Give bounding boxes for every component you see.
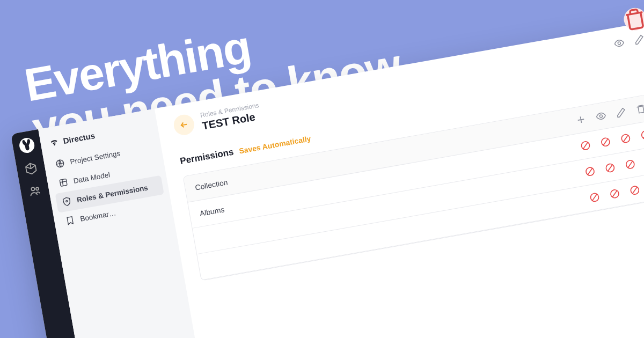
deny-icon[interactable]	[604, 161, 616, 174]
section-title: Permissions	[179, 147, 235, 166]
svg-line-47	[611, 190, 618, 197]
svg-line-33	[587, 168, 594, 175]
svg-line-37	[627, 161, 634, 168]
pencil-icon	[615, 106, 627, 119]
sidebar-item-label: Bookmar…	[79, 209, 116, 223]
pencil-icon[interactable]	[633, 33, 644, 46]
svg-line-21	[582, 142, 589, 149]
deny-icon[interactable]	[628, 184, 641, 196]
svg-line-35	[607, 165, 614, 172]
bookmark-icon	[64, 215, 76, 226]
rail-cube-icon[interactable]	[24, 161, 39, 177]
globe-icon	[54, 158, 65, 169]
back-button[interactable]	[172, 113, 196, 137]
permission-type-icons	[575, 96, 644, 126]
svg-point-8	[618, 42, 621, 45]
svg-line-6	[62, 180, 63, 186]
svg-line-45	[591, 194, 598, 201]
sidebar-item-label: Data Model	[73, 171, 111, 185]
trash-icon	[635, 103, 644, 115]
section-subtitle: Saves Automatically	[238, 134, 311, 155]
deny-icon[interactable]	[619, 133, 632, 145]
plus-icon	[575, 114, 587, 126]
deny-icon[interactable]	[579, 139, 591, 152]
shield-icon	[61, 196, 72, 207]
svg-line-49	[632, 187, 639, 194]
deny-icon[interactable]	[588, 191, 601, 203]
data-icon	[58, 177, 69, 188]
rail-users-icon[interactable]	[27, 183, 42, 199]
deny-icon[interactable]	[599, 136, 612, 148]
header-actions	[613, 26, 644, 49]
svg-point-1	[31, 187, 35, 191]
deny-icon[interactable]	[640, 129, 644, 141]
deny-icon[interactable]	[609, 188, 621, 200]
deny-icon[interactable]	[624, 158, 636, 171]
svg-point-7	[66, 200, 68, 202]
eye-icon	[595, 110, 607, 122]
svg-point-14	[599, 115, 603, 118]
svg-point-2	[36, 187, 39, 190]
svg-line-25	[623, 135, 630, 142]
svg-line-5	[60, 181, 67, 182]
sidebar-title-text: Directus	[62, 130, 96, 145]
wifi-icon	[48, 137, 60, 148]
sidebar-item-label: Project Settings	[69, 149, 121, 166]
logo-icon[interactable]	[18, 137, 35, 154]
deny-icon[interactable]	[584, 165, 596, 178]
permissions-section: Permissions Saves Automatically Collecti…	[179, 66, 644, 281]
svg-line-23	[602, 138, 609, 145]
eye-icon[interactable]	[613, 37, 625, 49]
